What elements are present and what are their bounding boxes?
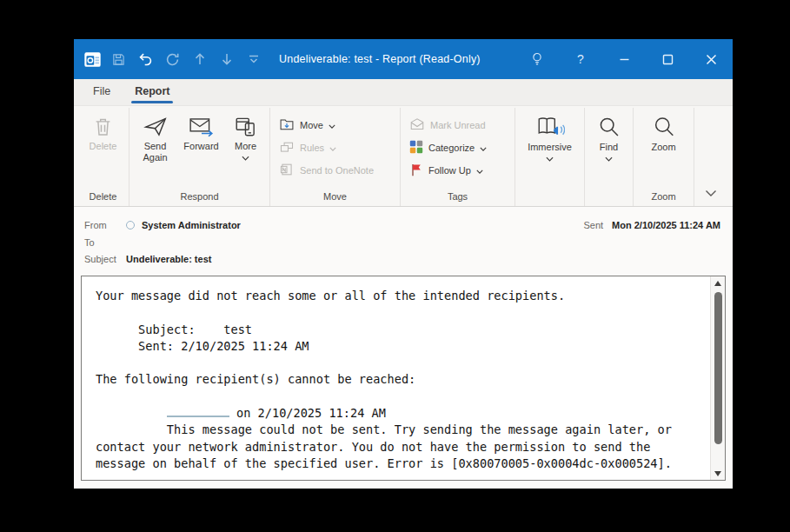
group-label-tags: Tags	[401, 190, 514, 206]
next-item-button[interactable]	[213, 45, 240, 73]
sent-block: Sent Mon 2/10/2025 11:24 AM	[583, 220, 720, 230]
group-label-move: Move	[270, 190, 400, 206]
rules-icon	[279, 140, 295, 156]
categorize-button[interactable]: Categorize	[409, 137, 487, 157]
move-button[interactable]: Move	[279, 115, 335, 135]
follow-up-button[interactable]: Follow Up	[409, 160, 483, 180]
help-button[interactable]: ?	[559, 39, 602, 79]
message-header: From System Administrator Sent Mon 2/10/…	[74, 207, 733, 273]
vertical-scrollbar[interactable]	[710, 276, 725, 480]
message-line: contact your network administrator. You …	[96, 439, 707, 456]
triangle-down-icon	[714, 471, 721, 476]
message-line: The following recipient(s) cannot be rea…	[96, 371, 707, 388]
chevron-down-icon	[546, 156, 554, 162]
redacted-indent	[96, 406, 167, 420]
undo-button[interactable]	[132, 45, 159, 73]
scroll-down-button[interactable]	[711, 467, 725, 480]
forward-button[interactable]: Forward	[179, 112, 224, 190]
ribbon-group-immersive: Immersive	[515, 108, 585, 206]
immersive-reader-icon	[535, 115, 565, 139]
maximize-button[interactable]	[646, 39, 689, 79]
chevron-down-icon	[329, 143, 336, 153]
chevron-down-icon	[329, 120, 335, 130]
message-line: message on behalf of the specified user.…	[96, 456, 707, 472]
ribbon-group-zoom: Zoom Zoom	[634, 108, 694, 206]
chevron-down-icon	[480, 143, 487, 153]
scroll-up-button[interactable]	[711, 276, 725, 289]
message-box: Your message did not reach some or all o…	[81, 276, 726, 481]
window-title: Undeliverable: test - Report (Read-Only)	[279, 53, 481, 65]
magnifier-icon	[652, 115, 676, 139]
more-respond-button[interactable]: More	[226, 112, 266, 190]
group-label-delete: Delete	[77, 190, 129, 206]
chevron-down-icon	[476, 165, 483, 176]
title-bar-controls: ?	[515, 39, 733, 79]
redacted-recipient	[167, 406, 229, 417]
send-to-onenote-button[interactable]: Send to OneNote	[279, 160, 374, 180]
message-line	[96, 355, 707, 371]
send-again-button[interactable]: Send Again	[134, 112, 177, 190]
customize-qat-button[interactable]	[240, 45, 267, 73]
sent-value: Mon 2/10/2025 11:24 AM	[612, 220, 720, 230]
group-label-immersive	[515, 201, 584, 206]
ribbon-group-respond: Send Again Forward More	[129, 108, 270, 206]
sent-label: Sent	[583, 220, 603, 230]
ribbon-group-move: Move Rules	[270, 108, 401, 206]
from-label: From	[84, 220, 126, 230]
presence-icon	[126, 221, 135, 229]
message-line	[96, 304, 707, 321]
delete-button[interactable]: Delete	[90, 112, 117, 190]
minimize-button[interactable]	[602, 39, 646, 79]
categorize-icon	[409, 140, 423, 156]
triangle-up-icon	[714, 281, 721, 286]
immersive-button[interactable]: Immersive	[519, 112, 581, 201]
redacted-rest: on 2/10/2025 11:24 AM	[229, 406, 386, 420]
save-button[interactable]	[105, 45, 132, 73]
tab-report[interactable]: Report	[123, 79, 182, 105]
from-contact[interactable]: System Administrator	[126, 220, 241, 230]
message-line: Sent: 2/10/2025 11:24 AM	[96, 338, 707, 355]
subject-row: Subject Undeliverable: test	[84, 250, 720, 267]
scrollbar-track[interactable]	[711, 289, 725, 467]
move-folder-icon	[279, 117, 295, 133]
group-label-respond: Respond	[129, 190, 269, 206]
mark-unread-button[interactable]: Mark Unread	[409, 115, 486, 135]
group-label-find	[585, 201, 633, 206]
ribbon-group-tags: Mark Unread Categorize Follow Up	[401, 108, 515, 206]
chevron-down-icon	[242, 156, 249, 161]
lightbulb-button[interactable]	[515, 39, 559, 79]
message-line	[96, 389, 707, 405]
onenote-icon	[279, 163, 295, 178]
message-line: Your message did not reach some or all o…	[96, 288, 707, 304]
collapse-ribbon-button[interactable]	[696, 189, 729, 206]
chevron-down-icon	[605, 156, 613, 162]
redo-button[interactable]	[159, 45, 186, 73]
message-body-area: Your message did not reach some or all o…	[74, 273, 733, 489]
close-button[interactable]	[689, 39, 733, 79]
zoom-button[interactable]: Zoom	[641, 112, 687, 190]
from-row: From System Administrator Sent Mon 2/10/…	[84, 216, 720, 234]
message-text[interactable]: Your message did not reach some or all o…	[82, 276, 710, 480]
ribbon-group-delete: Delete Delete	[77, 108, 129, 206]
message-line: Subject: test	[96, 322, 707, 338]
scrollbar-thumb[interactable]	[714, 292, 722, 444]
rules-button[interactable]: Rules	[279, 137, 336, 157]
subject-value: Undeliverable: test	[126, 254, 211, 264]
tab-file[interactable]: File	[81, 79, 123, 105]
to-row: To	[84, 234, 720, 250]
ribbon-tabs: File Report	[74, 79, 733, 106]
title-bar: Undeliverable: test - Report (Read-Only)…	[74, 39, 733, 79]
trash-icon	[91, 115, 115, 138]
help-label: ?	[577, 52, 584, 66]
message-line: This message could not be sent. Try send…	[96, 422, 707, 438]
find-button[interactable]: Find	[588, 112, 630, 201]
to-label: To	[84, 237, 126, 248]
message-line-redacted: on 2/10/2025 11:24 AM	[96, 405, 707, 422]
outlook-report-window: Undeliverable: test - Report (Read-Only)…	[74, 39, 733, 489]
subject-label: Subject	[84, 254, 126, 264]
mark-unread-icon	[409, 117, 425, 132]
forward-envelope-icon	[189, 115, 215, 138]
group-label-zoom: Zoom	[634, 190, 694, 206]
follow-up-flag-icon	[409, 163, 423, 178]
previous-item-button[interactable]	[186, 45, 213, 73]
